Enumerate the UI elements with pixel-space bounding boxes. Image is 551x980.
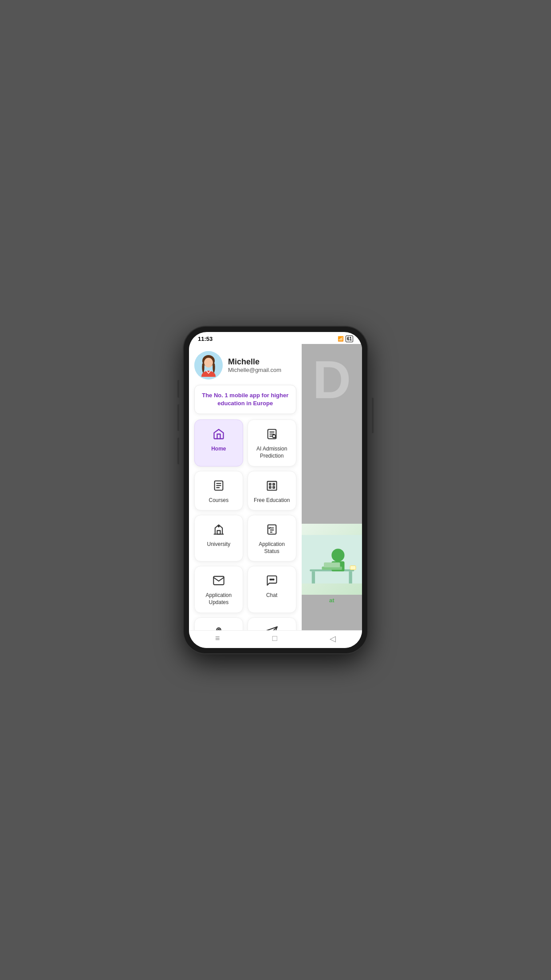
chat-icon xyxy=(266,574,278,589)
phone-device: 11:53 📶 61 xyxy=(184,327,367,653)
menu-item-courses[interactable]: Courses xyxy=(194,471,243,511)
svg-rect-16 xyxy=(269,486,271,488)
menu-item-chat[interactable]: Chat xyxy=(248,566,296,612)
menu-item-application-updates[interactable]: Application Updates xyxy=(194,566,243,612)
svg-rect-32 xyxy=(349,571,352,583)
side-panel-chat-text: at xyxy=(329,597,335,604)
svg-rect-13 xyxy=(267,481,276,490)
courses-icon xyxy=(213,479,225,494)
side-button-left xyxy=(177,438,179,464)
profile-name: Michelle xyxy=(228,357,281,367)
promo-text: The No. 1 mobile app for higher educatio… xyxy=(201,391,290,407)
svg-point-26 xyxy=(273,579,274,580)
university-label: University xyxy=(207,541,231,548)
svg-rect-15 xyxy=(273,483,275,485)
menu-item-university[interactable]: University xyxy=(194,515,243,561)
svg-rect-36 xyxy=(324,562,340,567)
hamburger-icon[interactable]: ≡ xyxy=(215,634,220,643)
avatar-image xyxy=(194,351,223,379)
menu-item-free-education[interactable]: Free Education xyxy=(248,471,296,511)
courses-label: Courses xyxy=(209,497,229,504)
content-area: Michelle Michelle@gmail.com The No. 1 mo… xyxy=(189,344,362,630)
plane-icon xyxy=(266,626,278,630)
ai-admission-label: AI Admission Prediction xyxy=(252,446,291,459)
svg-rect-14 xyxy=(269,483,271,485)
svg-rect-17 xyxy=(273,486,275,488)
main-panel: Michelle Michelle@gmail.com The No. 1 mo… xyxy=(189,344,302,630)
svg-point-33 xyxy=(331,549,344,561)
menu-item-ai-admission[interactable]: AI Admission Prediction xyxy=(248,419,296,466)
side-panel-image xyxy=(302,524,362,595)
phone-screen: 11:53 📶 61 xyxy=(189,332,362,648)
menu-item-talk-to-expert[interactable]: Talk to Expert/Uni xyxy=(194,617,243,630)
back-arrow-icon[interactable]: ◁ xyxy=(330,634,336,644)
university-icon xyxy=(213,523,225,537)
side-panel-letter: D xyxy=(312,353,351,406)
svg-rect-31 xyxy=(311,571,315,583)
menu-item-visa-processing[interactable]: Visa Processing xyxy=(248,617,296,630)
avatar xyxy=(194,351,223,379)
svg-point-19 xyxy=(218,526,219,527)
volume-down-button xyxy=(177,404,179,431)
svg-rect-18 xyxy=(217,530,220,534)
svg-point-25 xyxy=(271,579,272,580)
power-button xyxy=(372,398,374,433)
side-panel: D xyxy=(302,344,362,630)
svg-rect-37 xyxy=(350,566,356,570)
svg-rect-29 xyxy=(302,535,362,583)
svg-rect-20 xyxy=(268,525,276,534)
chat-label: Chat xyxy=(266,592,277,599)
signal-icon: 📶 xyxy=(338,336,344,342)
svg-point-24 xyxy=(270,579,271,580)
menu-grid: Home xyxy=(194,419,296,630)
ai-icon xyxy=(266,428,278,442)
time-display: 11:53 xyxy=(198,336,213,342)
bottom-nav: ≡ □ ◁ xyxy=(189,630,362,648)
volume-up-button xyxy=(177,380,179,398)
expert-icon xyxy=(213,626,225,630)
profile-section: Michelle Michelle@gmail.com xyxy=(194,351,296,379)
application-updates-label: Application Updates xyxy=(199,592,238,606)
mail-icon xyxy=(213,574,225,589)
building-icon xyxy=(266,479,278,494)
profile-email: Michelle@gmail.com xyxy=(228,367,281,373)
promo-banner: The No. 1 mobile app for higher educatio… xyxy=(194,385,296,414)
application-status-label: Application Status xyxy=(252,541,291,555)
checklist-icon xyxy=(266,523,278,537)
home-label: Home xyxy=(211,446,226,453)
menu-item-home[interactable]: Home xyxy=(194,419,243,466)
status-icons: 📶 61 xyxy=(338,336,353,342)
home-icon xyxy=(213,428,225,442)
battery-indicator: 61 xyxy=(346,336,353,342)
svg-point-2 xyxy=(204,358,213,368)
profile-info: Michelle Michelle@gmail.com xyxy=(228,357,281,373)
square-icon[interactable]: □ xyxy=(272,634,277,643)
status-bar: 11:53 📶 61 xyxy=(189,332,362,344)
free-education-label: Free Education xyxy=(254,497,290,504)
menu-item-application-status[interactable]: Application Status xyxy=(248,515,296,561)
